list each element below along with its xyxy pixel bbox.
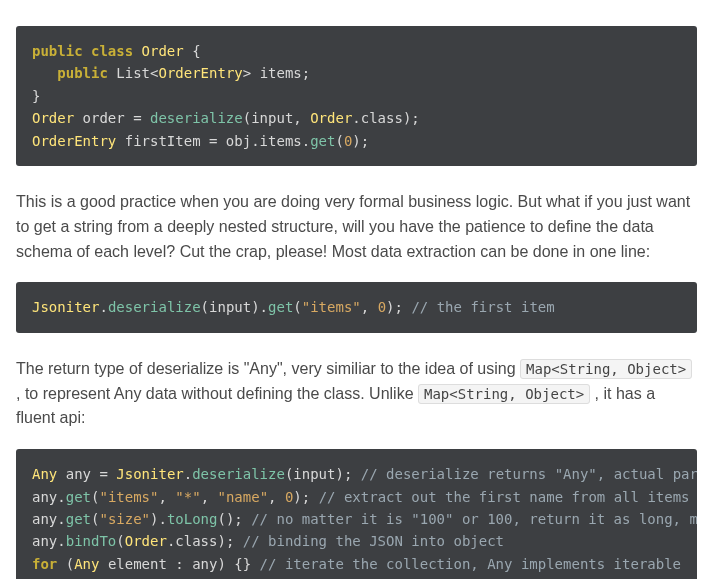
text: The return type of deserialize is "Any",…: [16, 360, 520, 377]
inline-code-map: Map<String, Object>: [520, 359, 692, 379]
func: deserialize: [150, 110, 243, 126]
punct: ();: [217, 511, 251, 527]
punct: .: [184, 466, 192, 482]
string: "*": [175, 489, 200, 505]
punct: (: [293, 299, 301, 315]
punct: ).: [150, 511, 167, 527]
text: element : any) {}: [99, 556, 259, 572]
comment: // no matter it is "100" or 100, return …: [251, 511, 697, 527]
string: "items": [302, 299, 361, 315]
text: any =: [57, 466, 116, 482]
string: "items": [99, 489, 158, 505]
code-block-3: Any any = Jsoniter.deserialize(input); /…: [16, 449, 697, 579]
punct: ,: [361, 299, 378, 315]
punct: }: [32, 88, 40, 104]
func: deserialize: [192, 466, 285, 482]
text: .class);: [352, 110, 419, 126]
punct: (: [335, 133, 343, 149]
comment: // the first item: [411, 299, 554, 315]
punct: ,: [268, 489, 285, 505]
text: (input);: [285, 466, 361, 482]
punct: );: [352, 133, 369, 149]
text: any.: [32, 511, 66, 527]
punct: ,: [158, 489, 175, 505]
type: Any: [32, 466, 57, 482]
type: Order: [310, 110, 352, 126]
text: (input,: [243, 110, 310, 126]
text: , to represent Any data without defining…: [16, 385, 418, 402]
type: Order: [125, 533, 167, 549]
punct: .: [302, 133, 310, 149]
text: .class);: [167, 533, 243, 549]
number: 0: [378, 299, 386, 315]
inline-code-map2: Map<String, Object>: [418, 384, 590, 404]
punct: );: [386, 299, 411, 315]
code-block-2: Jsoniter.deserialize(input).get("items",…: [16, 282, 697, 332]
text: order =: [74, 110, 150, 126]
punct: (: [57, 556, 74, 572]
func: get: [66, 511, 91, 527]
keyword: for: [32, 556, 57, 572]
type: List: [108, 65, 150, 81]
keyword: public: [57, 65, 108, 81]
comment: // deserialize returns "Any", actual par…: [361, 466, 697, 482]
code-block-1: public class Order { public List<OrderEn…: [16, 26, 697, 166]
string: "name": [217, 489, 268, 505]
func: get: [268, 299, 293, 315]
punct: .: [99, 299, 107, 315]
comment: // binding the JSON into object: [243, 533, 504, 549]
type: OrderEntry: [158, 65, 242, 81]
ident: items: [260, 133, 302, 149]
func: get: [310, 133, 335, 149]
paragraph-1: This is a good practice when you are doi…: [16, 190, 697, 264]
func: toLong: [167, 511, 218, 527]
type: Any: [74, 556, 99, 572]
type: OrderEntry: [32, 133, 116, 149]
punct: ,: [201, 489, 218, 505]
text: any.: [32, 489, 66, 505]
punct: >: [243, 65, 260, 81]
func: deserialize: [108, 299, 201, 315]
text: any.: [32, 533, 66, 549]
comment: // extract out the first name from all i…: [319, 489, 690, 505]
paragraph-2: The return type of deserialize is "Any",…: [16, 357, 697, 431]
punct: {: [184, 43, 201, 59]
keyword: public class: [32, 43, 133, 59]
punct: ;: [302, 65, 310, 81]
text: (input).: [201, 299, 268, 315]
comment: // iterate the collection, Any implement…: [260, 556, 681, 572]
text: firstItem = obj.: [116, 133, 259, 149]
func: get: [66, 489, 91, 505]
type: Jsoniter: [116, 466, 183, 482]
string: "size": [99, 511, 150, 527]
punct: );: [293, 489, 318, 505]
ident: items: [260, 65, 302, 81]
func: bindTo: [66, 533, 117, 549]
punct: (: [116, 533, 124, 549]
type-name: Order: [133, 43, 184, 59]
type: Jsoniter: [32, 299, 99, 315]
type: Order: [32, 110, 74, 126]
